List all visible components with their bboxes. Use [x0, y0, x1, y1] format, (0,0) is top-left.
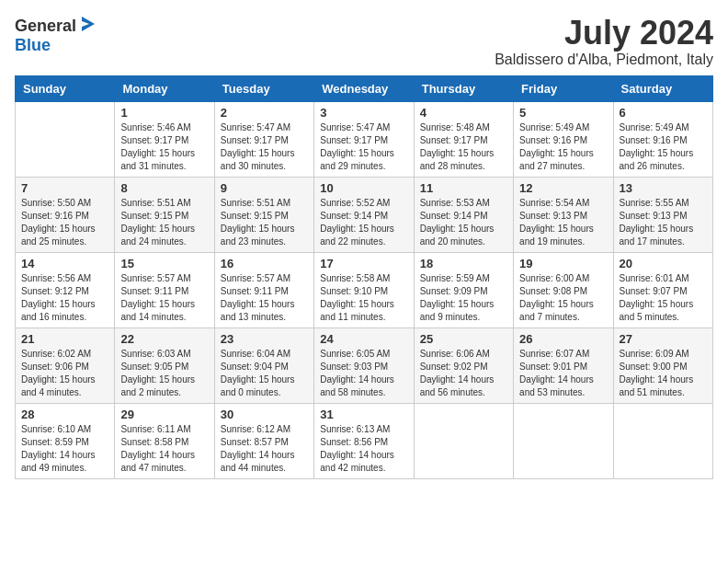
day-info: Sunrise: 5:55 AMSunset: 9:13 PMDaylight:…	[620, 197, 707, 248]
day-number: 5	[519, 106, 607, 120]
calendar-week-row: 7Sunrise: 5:50 AMSunset: 9:16 PMDaylight…	[16, 177, 713, 252]
calendar-cell: 29Sunrise: 6:11 AMSunset: 8:58 PMDayligh…	[115, 403, 214, 478]
day-number: 15	[120, 257, 208, 270]
calendar-cell: 19Sunrise: 6:00 AMSunset: 9:08 PMDayligh…	[514, 252, 613, 327]
day-info: Sunrise: 5:49 AMSunset: 9:16 PMDaylight:…	[519, 121, 607, 173]
day-number: 2	[221, 106, 308, 120]
logo-arrow-icon	[78, 15, 97, 33]
calendar-cell: 9Sunrise: 5:51 AMSunset: 9:15 PMDaylight…	[214, 177, 313, 252]
weekday-header-friday: Friday	[514, 75, 613, 101]
day-number: 19	[519, 257, 607, 270]
day-number: 25	[420, 332, 507, 346]
calendar-cell: 4Sunrise: 5:48 AMSunset: 9:17 PMDaylight…	[414, 101, 513, 177]
calendar-cell: 23Sunrise: 6:04 AMSunset: 9:04 PMDayligh…	[214, 327, 313, 403]
weekday-header-monday: Monday	[115, 75, 214, 101]
calendar-cell: 30Sunrise: 6:12 AMSunset: 8:57 PMDayligh…	[214, 403, 313, 478]
day-info: Sunrise: 6:09 AMSunset: 9:00 PMDaylight:…	[620, 348, 707, 399]
day-info: Sunrise: 6:01 AMSunset: 9:07 PMDaylight:…	[620, 272, 707, 324]
calendar-cell: 26Sunrise: 6:07 AMSunset: 9:01 PMDayligh…	[514, 327, 613, 403]
day-number: 20	[620, 257, 707, 270]
calendar-cell: 1Sunrise: 5:46 AMSunset: 9:17 PMDaylight…	[115, 101, 214, 177]
day-info: Sunrise: 5:58 AMSunset: 9:10 PMDaylight:…	[320, 272, 407, 324]
day-number: 28	[21, 408, 108, 421]
calendar-cell: 27Sunrise: 6:09 AMSunset: 9:00 PMDayligh…	[613, 327, 712, 403]
calendar-cell: 6Sunrise: 5:49 AMSunset: 9:16 PMDaylight…	[613, 101, 712, 177]
calendar-cell: 2Sunrise: 5:47 AMSunset: 9:17 PMDaylight…	[214, 101, 313, 177]
weekday-header-tuesday: Tuesday	[214, 75, 313, 101]
day-number: 11	[420, 181, 507, 195]
day-info: Sunrise: 6:11 AMSunset: 8:58 PMDaylight:…	[120, 423, 208, 475]
day-info: Sunrise: 6:03 AMSunset: 9:05 PMDaylight:…	[120, 348, 208, 399]
calendar-cell: 13Sunrise: 5:55 AMSunset: 9:13 PMDayligh…	[613, 177, 712, 252]
day-info: Sunrise: 5:53 AMSunset: 9:14 PMDaylight:…	[420, 197, 507, 248]
calendar-week-row: 21Sunrise: 6:02 AMSunset: 9:06 PMDayligh…	[16, 327, 713, 403]
logo-blue-text: Blue	[15, 37, 51, 53]
calendar-cell: 16Sunrise: 5:57 AMSunset: 9:11 PMDayligh…	[214, 252, 313, 327]
calendar-cell	[16, 101, 115, 177]
logo: General Blue	[15, 15, 97, 53]
calendar-cell: 28Sunrise: 6:10 AMSunset: 8:59 PMDayligh…	[16, 403, 115, 478]
day-info: Sunrise: 5:47 AMSunset: 9:17 PMDaylight:…	[221, 121, 308, 173]
calendar-cell: 15Sunrise: 5:57 AMSunset: 9:11 PMDayligh…	[115, 252, 214, 327]
calendar-cell: 20Sunrise: 6:01 AMSunset: 9:07 PMDayligh…	[613, 252, 712, 327]
calendar-cell: 17Sunrise: 5:58 AMSunset: 9:10 PMDayligh…	[314, 252, 414, 327]
day-number: 10	[320, 181, 407, 195]
calendar-cell: 5Sunrise: 5:49 AMSunset: 9:16 PMDaylight…	[514, 101, 613, 177]
day-info: Sunrise: 5:59 AMSunset: 9:09 PMDaylight:…	[420, 272, 507, 324]
weekday-header-thursday: Thursday	[414, 75, 513, 101]
day-number: 18	[420, 257, 507, 270]
calendar-cell: 10Sunrise: 5:52 AMSunset: 9:14 PMDayligh…	[314, 177, 414, 252]
day-info: Sunrise: 5:46 AMSunset: 9:17 PMDaylight:…	[120, 121, 208, 173]
location-title: Baldissero d'Alba, Piedmont, Italy	[495, 52, 713, 68]
calendar-cell: 14Sunrise: 5:56 AMSunset: 9:12 PMDayligh…	[16, 252, 115, 327]
day-info: Sunrise: 5:48 AMSunset: 9:17 PMDaylight:…	[420, 121, 507, 173]
day-number: 6	[620, 106, 707, 120]
month-title: July 2024	[495, 15, 713, 52]
calendar-cell: 12Sunrise: 5:54 AMSunset: 9:13 PMDayligh…	[514, 177, 613, 252]
calendar-cell: 8Sunrise: 5:51 AMSunset: 9:15 PMDaylight…	[115, 177, 214, 252]
day-number: 27	[620, 332, 707, 346]
day-info: Sunrise: 5:51 AMSunset: 9:15 PMDaylight:…	[120, 197, 208, 248]
logo-general-text: General	[15, 17, 76, 34]
svg-marker-0	[82, 17, 95, 31]
day-info: Sunrise: 5:50 AMSunset: 9:16 PMDaylight:…	[21, 197, 108, 248]
day-number: 31	[320, 408, 407, 421]
day-info: Sunrise: 6:04 AMSunset: 9:04 PMDaylight:…	[221, 348, 308, 399]
calendar-cell: 11Sunrise: 5:53 AMSunset: 9:14 PMDayligh…	[414, 177, 513, 252]
day-number: 21	[21, 332, 108, 346]
calendar-cell	[613, 403, 712, 478]
calendar-cell: 18Sunrise: 5:59 AMSunset: 9:09 PMDayligh…	[414, 252, 513, 327]
day-number: 14	[21, 257, 108, 270]
day-info: Sunrise: 5:57 AMSunset: 9:11 PMDaylight:…	[221, 272, 308, 324]
day-number: 23	[221, 332, 308, 346]
day-info: Sunrise: 6:12 AMSunset: 8:57 PMDaylight:…	[221, 423, 308, 475]
calendar-cell	[514, 403, 613, 478]
day-info: Sunrise: 5:57 AMSunset: 9:11 PMDaylight:…	[120, 272, 208, 324]
weekday-header-wednesday: Wednesday	[314, 75, 414, 101]
day-number: 24	[320, 332, 407, 346]
calendar-cell	[414, 403, 513, 478]
day-number: 8	[120, 181, 208, 195]
title-area: July 2024 Baldissero d'Alba, Piedmont, I…	[495, 15, 713, 68]
day-info: Sunrise: 5:47 AMSunset: 9:17 PMDaylight:…	[320, 121, 407, 173]
day-number: 13	[620, 181, 707, 195]
day-info: Sunrise: 5:51 AMSunset: 9:15 PMDaylight:…	[221, 197, 308, 248]
calendar-week-row: 28Sunrise: 6:10 AMSunset: 8:59 PMDayligh…	[16, 403, 713, 478]
calendar-cell: 25Sunrise: 6:06 AMSunset: 9:02 PMDayligh…	[414, 327, 513, 403]
day-info: Sunrise: 6:02 AMSunset: 9:06 PMDaylight:…	[21, 348, 108, 399]
calendar-cell: 22Sunrise: 6:03 AMSunset: 9:05 PMDayligh…	[115, 327, 214, 403]
day-number: 4	[420, 106, 507, 120]
day-number: 9	[221, 181, 308, 195]
calendar-week-row: 1Sunrise: 5:46 AMSunset: 9:17 PMDaylight…	[16, 101, 713, 177]
day-info: Sunrise: 6:00 AMSunset: 9:08 PMDaylight:…	[519, 272, 607, 324]
day-info: Sunrise: 6:05 AMSunset: 9:03 PMDaylight:…	[320, 348, 407, 399]
day-info: Sunrise: 5:56 AMSunset: 9:12 PMDaylight:…	[21, 272, 108, 324]
day-info: Sunrise: 5:49 AMSunset: 9:16 PMDaylight:…	[620, 121, 707, 173]
day-number: 17	[320, 257, 407, 270]
day-number: 26	[519, 332, 607, 346]
calendar-cell: 3Sunrise: 5:47 AMSunset: 9:17 PMDaylight…	[314, 101, 414, 177]
day-info: Sunrise: 5:52 AMSunset: 9:14 PMDaylight:…	[320, 197, 407, 248]
weekday-header-row: SundayMondayTuesdayWednesdayThursdayFrid…	[16, 75, 713, 101]
calendar-cell: 24Sunrise: 6:05 AMSunset: 9:03 PMDayligh…	[314, 327, 414, 403]
day-info: Sunrise: 6:07 AMSunset: 9:01 PMDaylight:…	[519, 348, 607, 399]
